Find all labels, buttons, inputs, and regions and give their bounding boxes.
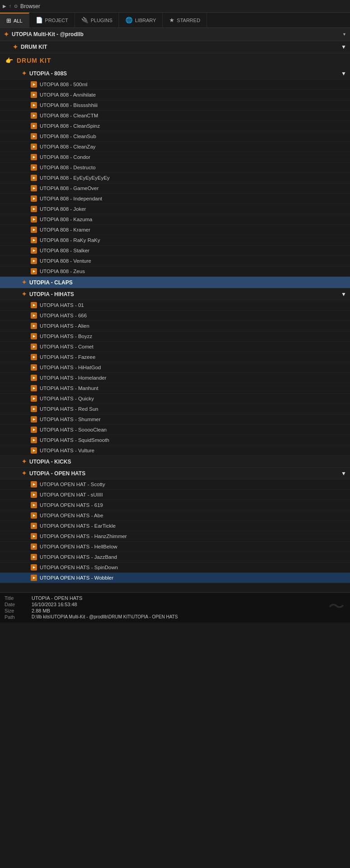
tab-all-label: ALL (14, 18, 23, 23)
starred-icon: ★ (169, 17, 175, 23)
list-item[interactable]: ▶UTOPIA HATS - Alien (0, 321, 350, 331)
title-label: Title (5, 595, 32, 601)
list-item[interactable]: ▶UTOPIA OPEN HATS - JazzBand (0, 552, 350, 562)
list-item[interactable]: ▶UTOPIA 808 - Stalker (0, 246, 350, 256)
nav-tabs: ⊞ ALL 📄 PROJECT 🔌 PLUGINS 🌐 LIBRARY ★ ST… (0, 13, 350, 28)
date-value: 16/10/2023 16:53:48 (32, 602, 345, 607)
list-item[interactable]: ▶UTOPIA 808 - 500ml (0, 79, 350, 90)
list-item[interactable]: ▶UTOPIA HATS - HiHatGod (0, 362, 350, 373)
list-item[interactable]: ▶UTOPIA OPEN HAT - Scotty (0, 479, 350, 490)
list-item[interactable]: ▶UTOPIA HATS - Red Sun (0, 404, 350, 414)
list-item[interactable]: ▶UTOPIA 808 - CleanZay (0, 142, 350, 152)
list-item[interactable]: ▶UTOPIA HATS - Comet (0, 342, 350, 352)
808s-expand-icon: ✦ (22, 70, 27, 77)
drum-kit-hand-icon: 👉 (5, 57, 13, 64)
root-arrow-icon: ▼ (342, 32, 346, 37)
list-item[interactable]: ▶UTOPIA 808 - Venture (0, 256, 350, 266)
open-hats-items-list: ▶UTOPIA OPEN HAT - Scotty▶UTOPIA OPEN HA… (0, 479, 350, 583)
play-icon: ▶ (31, 385, 37, 391)
play-icon: ▶ (31, 112, 37, 119)
play-icon: ▶ (31, 123, 37, 129)
list-item[interactable]: ▶UTOPIA 808 - Kazuma (0, 214, 350, 225)
up-icon[interactable]: ↑ (9, 4, 11, 9)
list-item[interactable]: ▶UTOPIA OPEN HATS - EarTickle (0, 521, 350, 531)
list-item[interactable]: ▶UTOPIA 808 - Condor (0, 152, 350, 162)
list-item[interactable]: ▶UTOPIA OPEN HATS - HanzZhimmer (0, 531, 350, 542)
list-item[interactable]: ▶UTOPIA OPEN HATS - SpinDown (0, 562, 350, 573)
project-icon: 📄 (36, 17, 43, 23)
play-icon: ▶ (31, 354, 37, 360)
browser-icon: ⊙ (14, 4, 18, 9)
list-item[interactable]: ▶UTOPIA HATS - SooooClean (0, 425, 350, 435)
tab-plugins[interactable]: 🔌 PLUGINS (75, 13, 119, 28)
section-hihats[interactable]: ✦ UTOPIA - HIHATS ▼ (0, 288, 350, 300)
back-icon[interactable]: ▶ (3, 4, 6, 9)
date-label: Date (5, 602, 32, 607)
list-item[interactable]: ▶UTOPIA 808 - Kramer (0, 225, 350, 235)
list-item[interactable]: ▶UTOPIA HATS - SquidSmooth (0, 435, 350, 446)
list-item[interactable]: ▶UTOPIA 808 - CleanCTM (0, 111, 350, 121)
drum-kit-display-label: DRUM KIT (17, 57, 51, 64)
size-label: Size (5, 608, 32, 613)
list-item[interactable]: ▶UTOPIA HATS - 01 (0, 300, 350, 311)
list-item[interactable]: ▶UTOPIA HATS - Manhunt (0, 383, 350, 394)
library-icon: 🌐 (125, 17, 133, 23)
status-bar: Title UTOPIA - OPEN HATS Date 16/10/2023… (0, 592, 350, 622)
top-bar: ▶ ↑ ⊙ Browser (0, 0, 350, 13)
play-icon: ▶ (31, 333, 37, 339)
list-item[interactable]: ▶UTOPIA 808 - Bisssshhiii (0, 100, 350, 111)
list-item[interactable]: ▶UTOPIA OPEN HAT - sUIIII (0, 490, 350, 500)
list-item[interactable]: ▶UTOPIA HATS - Boyzz (0, 331, 350, 342)
section-808s[interactable]: ✦ UTOPIA - 808S ▼ (0, 68, 350, 79)
drum-kit-section[interactable]: ✦ DRUM KIT ▼ (0, 41, 350, 53)
play-icon: ▶ (31, 512, 37, 519)
tab-all[interactable]: ⊞ ALL (0, 13, 29, 28)
list-item[interactable]: ▶UTOPIA HATS - Vulture (0, 446, 350, 456)
list-item[interactable]: ▶UTOPIA OPEN HATS - Wobbler (0, 573, 350, 583)
section-claps-label: UTOPIA - CLAPS (29, 279, 73, 286)
section-claps[interactable]: ✦ UTOPIA - CLAPS (0, 277, 350, 288)
list-item[interactable]: ▶UTOPIA HATS - Quicky (0, 394, 350, 404)
list-item[interactable]: ▶UTOPIA 808 - Annihilate (0, 90, 350, 100)
list-item[interactable]: ▶UTOPIA OPEN HATS - Abe (0, 511, 350, 521)
list-item[interactable]: ▶UTOPIA 808 - Independant (0, 194, 350, 204)
tab-project[interactable]: 📄 PROJECT (29, 13, 75, 28)
play-icon: ▶ (31, 302, 37, 308)
list-item[interactable]: ▶UTOPIA HATS - 666 (0, 311, 350, 321)
play-icon: ▶ (31, 133, 37, 139)
list-item[interactable]: ▶UTOPIA 808 - RaKy RaKy (0, 235, 350, 246)
file-tree: ✦ UTOPIA Multi-Kit - @prodllb ▼ ✦ DRUM K… (0, 28, 350, 583)
play-icon: ▶ (31, 502, 37, 508)
list-item[interactable]: ▶UTOPIA OPEN HATS - HellBelow (0, 542, 350, 552)
list-item[interactable]: ▶UTOPIA HATS - Fazeee (0, 352, 350, 362)
drumkit-arrow-icon: ▼ (341, 44, 346, 50)
list-item[interactable]: ▶UTOPIA 808 - GameOver (0, 183, 350, 194)
play-icon: ▶ (31, 447, 37, 454)
play-icon: ▶ (31, 481, 37, 487)
list-item[interactable]: ▶UTOPIA 808 - CleanSub (0, 131, 350, 142)
list-item[interactable]: ▶UTOPIA 808 - Zeus (0, 266, 350, 277)
path-value: D:\llb kits\UTOPIA Multi-Kit - @prodllb\… (32, 614, 345, 620)
list-item[interactable]: ▶UTOPIA 808 - Joker (0, 204, 350, 214)
play-icon: ▶ (31, 227, 37, 233)
section-kicks[interactable]: ✦ UTOPIA - KICKS (0, 456, 350, 468)
top-bar-title: Browser (20, 3, 40, 9)
play-icon: ▶ (31, 437, 37, 443)
list-item[interactable]: ▶UTOPIA HATS - Shummer (0, 414, 350, 425)
list-item[interactable]: ▶UTOPIA OPEN HATS - 619 (0, 500, 350, 511)
tab-library[interactable]: 🌐 LIBRARY (119, 13, 163, 28)
play-icon: ▶ (31, 268, 37, 274)
root-section[interactable]: ✦ UTOPIA Multi-Kit - @prodllb ▼ (0, 28, 350, 41)
play-icon: ▶ (31, 216, 37, 223)
section-open-hats[interactable]: ✦ UTOPIA - OPEN HATS ▼ (0, 468, 350, 479)
play-icon: ▶ (31, 343, 37, 350)
hihats-arrow-icon: ▼ (341, 291, 346, 297)
play-icon: ▶ (31, 102, 37, 108)
play-icon: ▶ (31, 92, 37, 98)
list-item[interactable]: ▶UTOPIA 808 - Destructo (0, 162, 350, 173)
list-item[interactable]: ▶UTOPIA HATS - Homelander (0, 373, 350, 383)
play-icon: ▶ (31, 247, 37, 254)
tab-starred[interactable]: ★ STARRED (163, 13, 207, 28)
list-item[interactable]: ▶UTOPIA 808 - CleanSpinz (0, 121, 350, 131)
list-item[interactable]: ▶UTOPIA 808 - EyEyEyEyEyEy (0, 173, 350, 183)
